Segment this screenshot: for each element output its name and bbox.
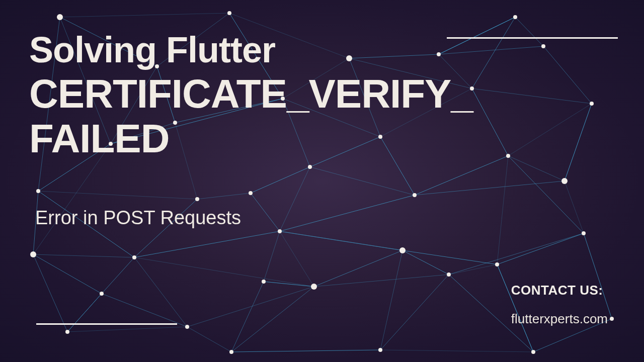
heading-line-2: CERTIFICATE_VERIFY_ — [29, 71, 473, 117]
divider-bottom-left — [36, 323, 177, 325]
banner-content: Solving Flutter CERTIFICATE_VERIFY_ FAIL… — [0, 0, 644, 362]
contact-site: flutterxperts.com — [511, 311, 608, 327]
main-heading: Solving Flutter CERTIFICATE_VERIFY_ FAIL… — [29, 31, 473, 161]
contact-label: CONTACT US: — [511, 283, 608, 298]
heading-line-3: FAILED — [29, 116, 473, 161]
sub-heading: Error in POST Requests — [35, 207, 241, 229]
contact-block: CONTACT US: flutterxperts.com — [511, 283, 608, 327]
heading-line-1: Solving Flutter — [29, 31, 473, 69]
